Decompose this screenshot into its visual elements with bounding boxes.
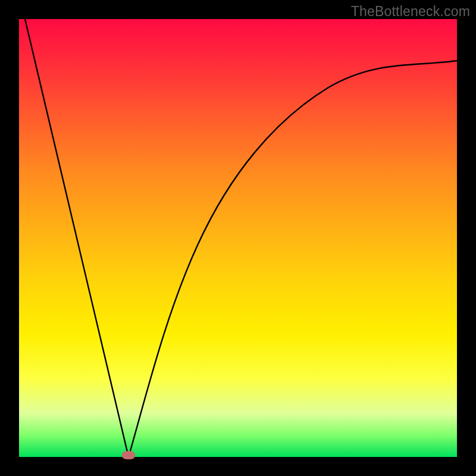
chart-frame: TheBottleneck.com [0, 0, 476, 476]
curve-right-segment [129, 61, 457, 457]
curve-left-segment [25, 19, 129, 457]
minimum-marker [122, 451, 135, 459]
plot-area [19, 19, 457, 457]
bottleneck-curve [19, 19, 457, 457]
watermark-text: TheBottleneck.com [351, 4, 470, 20]
